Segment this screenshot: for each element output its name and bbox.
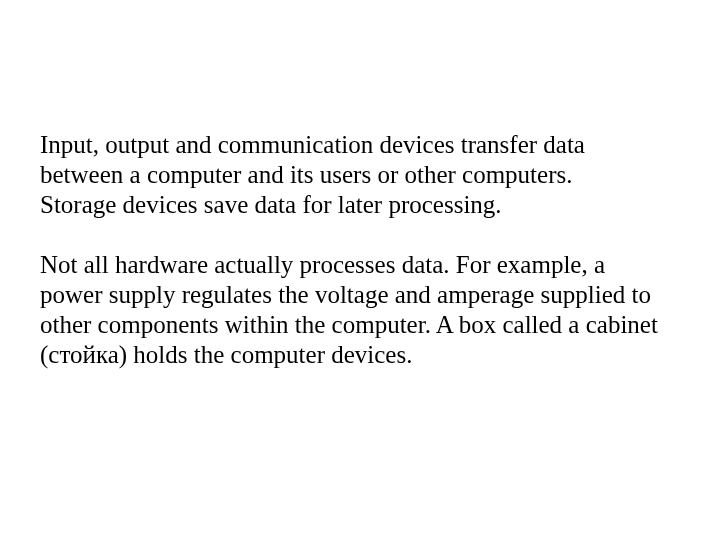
- text-io-devices: Input, output and communication devices …: [40, 131, 585, 188]
- text-storage-devices: Storage devices save data for later proc…: [40, 191, 502, 218]
- paragraph-hardware: Not all hardware actually processes data…: [40, 250, 670, 370]
- text-hardware: Not all hardware actually processes data…: [40, 251, 658, 368]
- paragraph-io-devices: Input, output and communication devices …: [40, 130, 670, 220]
